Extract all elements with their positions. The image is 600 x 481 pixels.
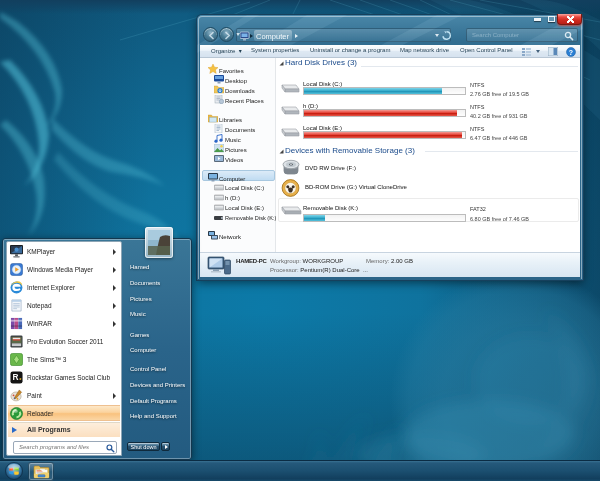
svg-text:?: ? [569,48,573,55]
svg-text:R: R [13,372,19,382]
